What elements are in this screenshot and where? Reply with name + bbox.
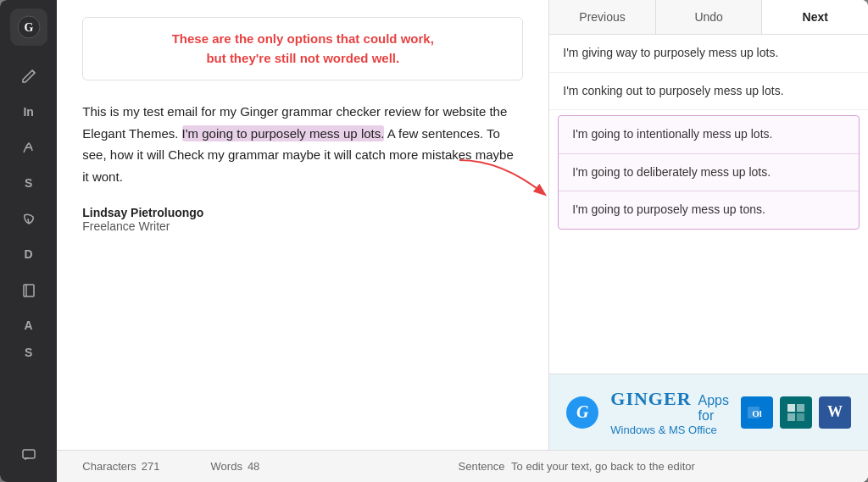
ginger-logo-circle: G [566, 396, 598, 429]
sentence-label: Sentence [459, 460, 505, 473]
main-content: These are the only options that could wo… [57, 0, 868, 482]
sidebar-letter-a: A [10, 315, 47, 335]
sidebar-item-chat[interactable] [10, 436, 47, 474]
characters-value: 271 [142, 460, 160, 473]
ginger-apps-label: Apps for [698, 393, 729, 424]
words-value: 48 [248, 460, 259, 473]
sidebar-letter-d: D [10, 244, 47, 264]
document-text: This is my test email for my Ginger gram… [82, 101, 523, 187]
sidebar-item-leaf[interactable] [10, 200, 47, 237]
suggestion-list: I'm giving way to purposely mess up lots… [549, 35, 868, 374]
tooltip-line1: These are the only options that could wo… [172, 31, 434, 46]
sidebar-item-book[interactable] [10, 271, 47, 308]
tooltip-text: These are the only options that could wo… [98, 30, 507, 68]
suggestion-item-1[interactable]: I'm giving way to purposely mess up lots… [549, 35, 868, 73]
sidebar-letter-s1: S [10, 173, 47, 193]
sidebar-item-compose[interactable] [10, 58, 47, 95]
svg-rect-8 [787, 413, 795, 421]
content-area: These are the only options that could wo… [57, 0, 868, 450]
outlook-icon[interactable]: Ol [741, 396, 773, 429]
status-bar: Characters 271 Words 48 Sentence To edit… [57, 450, 868, 482]
sidebar-item-write[interactable] [10, 129, 47, 166]
svg-rect-2 [24, 285, 34, 296]
svg-rect-6 [787, 404, 795, 412]
words-label: Words [211, 460, 242, 473]
sidebar-letter-s2: S [10, 342, 47, 363]
ginger-tagline: Windows & MS Office [610, 424, 729, 436]
document-highlight: I'm going to purposely mess up lots. [182, 125, 385, 141]
sharepoint-icon[interactable] [780, 396, 812, 429]
sidebar-logo[interactable]: G [10, 8, 47, 46]
word-icon[interactable]: W [819, 396, 851, 429]
characters-stat: Characters 271 [82, 460, 159, 473]
right-panel: Previous Undo Next I'm giving way to pur… [548, 0, 868, 450]
ginger-banner: G GINGER Apps for Windows & MS Office [549, 374, 868, 450]
sidebar: G In S D [0, 0, 57, 482]
suggestion-group-item-3[interactable]: I'm going to purposely mess up tons. [559, 191, 859, 229]
svg-text:G: G [24, 21, 33, 34]
left-panel: These are the only options that could wo… [57, 0, 548, 450]
author-title: Freelance Writer [82, 219, 523, 233]
words-stat: Words 48 [211, 460, 260, 473]
suggestion-group-item-1[interactable]: I'm going to intentionally mess up lots. [559, 116, 859, 154]
suggestion-item-2[interactable]: I'm conking out to purposely mess up lot… [549, 73, 868, 111]
next-button[interactable]: Next [762, 0, 868, 34]
sentence-stat: Sentence To edit your text, go back to t… [310, 460, 843, 473]
svg-rect-9 [797, 413, 804, 421]
undo-button[interactable]: Undo [656, 0, 763, 34]
author-section: Lindsay Pietroluongo Freelance Writer [82, 206, 523, 233]
svg-rect-3 [23, 450, 35, 458]
suggestion-group: I'm going to intentionally mess up lots.… [558, 115, 860, 230]
author-name: Lindsay Pietroluongo [82, 206, 523, 219]
previous-button[interactable]: Previous [549, 0, 656, 34]
ginger-logo-letter: G [576, 402, 588, 422]
tooltip-box: These are the only options that could wo… [82, 17, 523, 80]
suggestion-group-item-2[interactable]: I'm going to deliberately mess up lots. [559, 154, 859, 192]
app-window: G In S D [0, 0, 868, 482]
tooltip-line2: but they're still not worded well. [206, 51, 399, 65]
ginger-brand-name: GINGER [610, 388, 691, 410]
svg-text:Ol: Ol [752, 408, 762, 418]
sentence-text: To edit your text, go back to the editor [511, 460, 695, 473]
svg-rect-7 [797, 404, 804, 412]
ms-icons: Ol [741, 396, 851, 429]
characters-label: Characters [82, 460, 136, 473]
suggestion-header: Previous Undo Next [549, 0, 868, 35]
sidebar-letter-in: In [10, 102, 47, 122]
